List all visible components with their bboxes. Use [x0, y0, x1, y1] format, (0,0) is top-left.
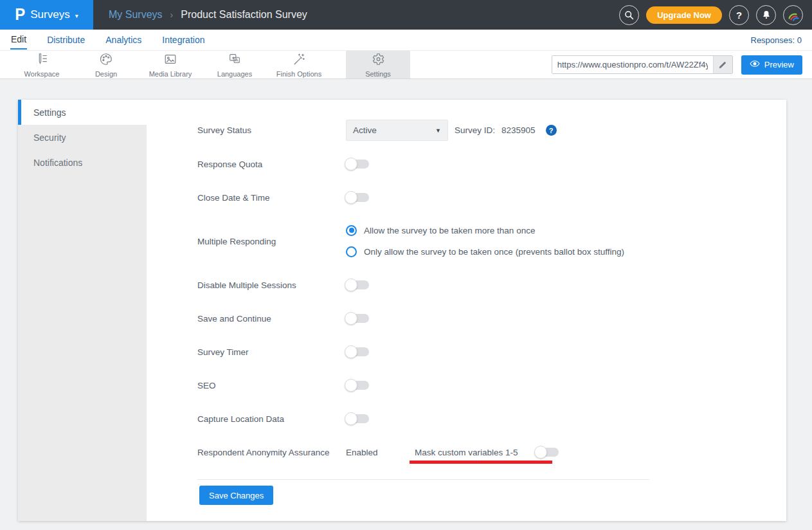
question-help-icon[interactable]: ?: [546, 125, 557, 136]
chevron-down-icon: ▾: [75, 12, 78, 19]
red-highlight-annotation: [410, 461, 552, 464]
breadcrumb-my-surveys[interactable]: My Surveys: [109, 9, 163, 21]
survey-timer-row: Survey Timer: [147, 345, 786, 358]
sidebar-item-settings[interactable]: Settings: [18, 100, 147, 125]
toolbar-item-media-library[interactable]: Media Library: [138, 51, 203, 78]
tab-edit[interactable]: Edit: [10, 31, 27, 50]
close-date-time-toggle[interactable]: [346, 193, 369, 202]
help-icon[interactable]: ?: [729, 5, 749, 25]
mask-variables-group: Mask custom variables 1-5: [415, 446, 559, 459]
breadcrumb-separator: ›: [170, 10, 174, 20]
workspace-icon: [35, 52, 49, 69]
seo-toggle[interactable]: [346, 381, 369, 390]
setting-label: SEO: [197, 379, 216, 392]
toolbar-label: Settings: [365, 70, 391, 78]
top-header: P Surveys ▾ My Surveys › Product Satisfa…: [0, 0, 812, 30]
header-actions: Upgrade Now ?: [619, 5, 812, 25]
toolbar-label: Finish Options: [276, 70, 321, 78]
setting-label: Save and Continue: [197, 312, 271, 325]
tab-distribute[interactable]: Distribute: [46, 32, 86, 49]
settings-form: Survey Status Active ▼ Survey ID: 823590…: [147, 100, 786, 521]
account-avatar[interactable]: [783, 5, 803, 25]
eye-icon: [750, 60, 760, 69]
toolbar-right: Preview: [552, 51, 812, 78]
brand-label: Surveys: [30, 8, 69, 21]
toggle-knob: [345, 158, 357, 170]
toggle-knob: [345, 379, 357, 392]
save-changes-button[interactable]: Save Changes: [199, 486, 273, 505]
save-and-continue-toggle[interactable]: [346, 314, 369, 323]
survey-id-label: Survey ID:: [455, 125, 495, 135]
search-icon[interactable]: [619, 5, 639, 25]
settings-card: Settings Security Notifications Survey S…: [18, 100, 786, 521]
setting-label: Survey Timer: [197, 345, 249, 358]
upgrade-now-button[interactable]: Upgrade Now: [646, 6, 722, 24]
image-icon: [163, 52, 177, 69]
toggle-knob: [345, 345, 357, 358]
toolbar-item-languages[interactable]: ★ A Languages: [203, 51, 267, 78]
settings-sidebar: Settings Security Notifications: [18, 100, 147, 521]
toolbar-label: Languages: [217, 70, 252, 78]
preview-label: Preview: [764, 60, 794, 69]
setting-label: Respondent Anonymity Assurance: [197, 446, 330, 459]
survey-url-input[interactable]: [552, 56, 713, 73]
tab-integration[interactable]: Integration: [161, 32, 205, 49]
radio-selected-icon: [346, 225, 357, 236]
setting-label: Capture Location Data: [197, 412, 284, 425]
edit-toolbar: Workspace Design Media Library: [0, 50, 812, 79]
main-nav-tabs: Edit Distribute Analytics Integration Re…: [0, 30, 812, 50]
edit-url-pencil-icon[interactable]: [713, 56, 732, 73]
toolbar-item-finish-options[interactable]: Finish Options: [267, 51, 331, 78]
gear-icon: [371, 52, 385, 69]
radio-label: Only allow the survey to be taken once (…: [364, 247, 624, 257]
survey-id-value: 8235905: [501, 125, 536, 135]
toolbar-label: Media Library: [149, 70, 192, 78]
anonymity-status: Enabled: [346, 446, 378, 459]
disable-multiple-sessions-row: Disable Multiple Sessions: [147, 279, 786, 291]
toggle-knob: [345, 312, 357, 325]
palette-icon: [99, 52, 113, 69]
survey-status-select[interactable]: Active ▼: [346, 120, 448, 141]
tab-analytics[interactable]: Analytics: [105, 32, 142, 49]
toggle-knob: [345, 279, 357, 291]
close-date-time-row: Close Date & Time: [147, 191, 786, 204]
radio-option-allow-multiple[interactable]: Allow the survey to be taken more than o…: [346, 225, 535, 236]
notifications-bell-icon[interactable]: [756, 5, 776, 25]
form-divider: [197, 479, 649, 480]
translate-icon: ★ A: [228, 52, 242, 69]
brand-menu[interactable]: P Surveys ▾: [0, 0, 93, 30]
toolbar-label: Workspace: [24, 70, 60, 78]
toolbar-label: Design: [95, 70, 117, 78]
multiple-responding-option-2: Only allow the survey to be taken once (…: [147, 245, 786, 258]
setting-label: Response Quota: [197, 158, 262, 170]
capture-location-toggle[interactable]: [346, 414, 369, 423]
response-quota-toggle[interactable]: [346, 160, 369, 169]
questionpro-logo: P: [15, 6, 25, 23]
preview-button[interactable]: Preview: [741, 55, 802, 75]
page-title: Product Satisfaction Survey: [181, 9, 307, 21]
survey-id-group: Survey ID: 8235905 ?: [455, 120, 557, 141]
radio-unselected-icon: [346, 246, 357, 257]
survey-timer-toggle[interactable]: [346, 347, 369, 356]
toggle-knob: [345, 191, 357, 204]
mask-variables-toggle[interactable]: [536, 448, 559, 457]
toolbar-item-workspace[interactable]: Workspace: [10, 51, 74, 78]
toolbar-item-design[interactable]: Design: [74, 51, 138, 78]
sidebar-item-notifications[interactable]: Notifications: [18, 150, 147, 175]
magic-wand-icon: [292, 52, 306, 69]
radio-option-only-once[interactable]: Only allow the survey to be taken once (…: [346, 246, 624, 257]
chevron-down-icon: ▼: [435, 127, 441, 134]
disable-multiple-sessions-toggle[interactable]: [346, 280, 369, 289]
toolbar-item-settings[interactable]: Settings: [346, 51, 410, 78]
radio-label: Allow the survey to be taken more than o…: [364, 226, 535, 235]
anonymity-row: Respondent Anonymity Assurance Enabled M…: [147, 446, 786, 459]
svg-text:A: A: [235, 57, 239, 62]
seo-row: SEO: [147, 379, 786, 392]
survey-status-value: Active: [353, 125, 377, 135]
questionpro-app: P Surveys ▾ My Surveys › Product Satisfa…: [0, 0, 812, 530]
sidebar-item-security[interactable]: Security: [18, 125, 147, 150]
capture-location-row: Capture Location Data: [147, 412, 786, 425]
responses-count[interactable]: Responses: 0: [751, 35, 802, 45]
mask-variables-label: Mask custom variables 1-5: [415, 448, 518, 457]
toggle-knob: [345, 412, 357, 425]
